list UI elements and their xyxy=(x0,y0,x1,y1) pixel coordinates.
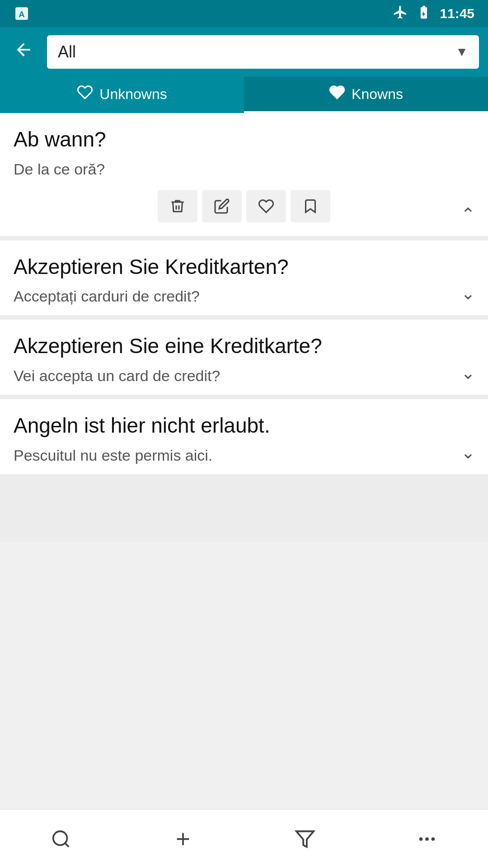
nav-search[interactable] xyxy=(0,810,122,868)
card-4[interactable]: Angeln ist hier nicht erlaubt. Pescuitul… xyxy=(0,399,488,474)
svg-point-2 xyxy=(53,831,67,845)
svg-text:A: A xyxy=(19,10,25,19)
card-2-secondary: Acceptați carduri de credit? xyxy=(14,286,474,306)
nav-add[interactable] xyxy=(122,810,244,868)
airplane-icon xyxy=(393,5,408,23)
card-4-primary: Angeln ist hier nicht erlaubt. xyxy=(14,413,474,439)
status-bar-right: 11:45 xyxy=(393,5,474,23)
tab-knowns[interactable]: Knowns xyxy=(244,77,488,113)
svg-point-7 xyxy=(419,837,423,841)
tab-unknowns[interactable]: Unknowns xyxy=(0,77,244,113)
tab-unknowns-label: Unknowns xyxy=(99,86,167,103)
chevron-down-icon: ▼ xyxy=(455,45,468,59)
app-icon: A xyxy=(14,5,30,22)
battery-charging-icon xyxy=(416,5,432,23)
tab-knowns-label: Knowns xyxy=(352,86,403,103)
chevron-down-icon: ⌄ xyxy=(461,443,475,462)
chevron-down-icon: ⌄ xyxy=(461,283,475,303)
tab-bar: Unknowns Knowns xyxy=(0,77,488,113)
card-1-secondary: De la ce oră? xyxy=(14,159,474,179)
chevron-down-icon: ⌄ xyxy=(461,363,475,383)
cards-container: Ab wann? De la ce oră? xyxy=(0,113,488,542)
card-1-primary: Ab wann? xyxy=(14,127,474,153)
nav-filter[interactable] xyxy=(244,810,366,868)
heart-filled-icon xyxy=(329,84,345,104)
card-1-actions xyxy=(14,190,474,222)
back-button[interactable] xyxy=(9,35,38,69)
status-bar: A 11:45 xyxy=(0,0,488,27)
svg-line-3 xyxy=(65,843,69,846)
delete-button[interactable] xyxy=(158,190,197,222)
card-1[interactable]: Ab wann? De la ce oră? xyxy=(0,113,488,236)
svg-point-8 xyxy=(425,837,429,841)
card-3-primary: Akzeptieren Sie eine Kreditkarte? xyxy=(14,333,474,359)
nav-more[interactable] xyxy=(366,810,488,868)
top-bar: All ▼ xyxy=(0,27,488,77)
dropdown-value: All xyxy=(58,42,76,61)
card-2[interactable]: Akzeptieren Sie Kreditkarten? Acceptați … xyxy=(0,241,488,316)
card-4-secondary: Pescuitul nu este permis aici. xyxy=(14,445,474,465)
card-3[interactable]: Akzeptieren Sie eine Kreditkarte? Vei ac… xyxy=(0,320,488,395)
bookmark-button[interactable] xyxy=(291,190,330,222)
category-dropdown[interactable]: All ▼ xyxy=(47,35,479,69)
card-2-primary: Akzeptieren Sie Kreditkarten? xyxy=(14,254,474,280)
heart-outline-icon xyxy=(77,84,93,104)
svg-point-9 xyxy=(432,837,435,841)
status-bar-left: A xyxy=(14,5,30,22)
edit-button[interactable] xyxy=(202,190,242,222)
bottom-nav xyxy=(0,809,488,868)
heart-button[interactable] xyxy=(246,190,286,222)
chevron-up-icon: ⌃ xyxy=(461,204,475,224)
time-display: 11:45 xyxy=(440,6,474,21)
card-3-secondary: Vei accepta un card de credit? xyxy=(14,366,474,386)
svg-marker-6 xyxy=(296,831,314,847)
